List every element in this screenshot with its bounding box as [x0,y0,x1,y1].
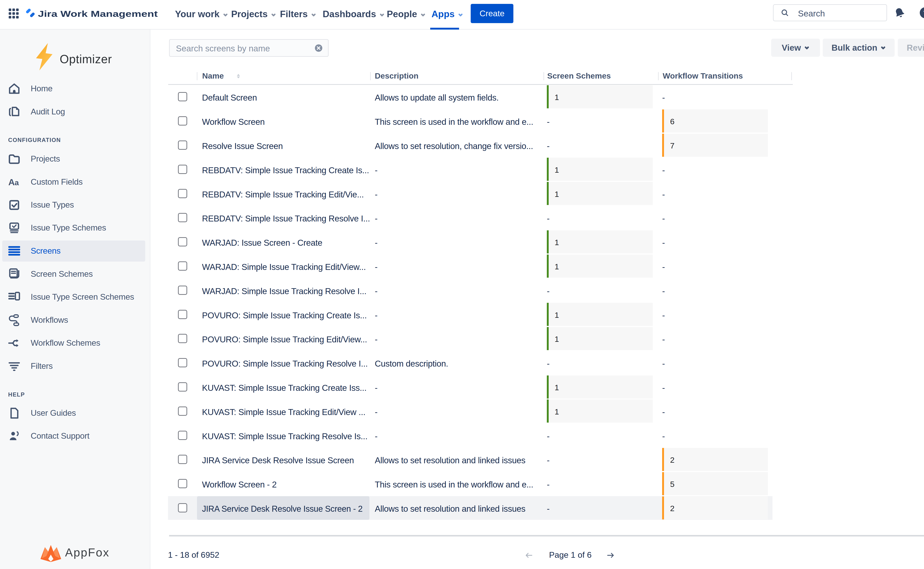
svg-text:A: A [8,177,15,187]
svg-text:a: a [15,178,19,187]
